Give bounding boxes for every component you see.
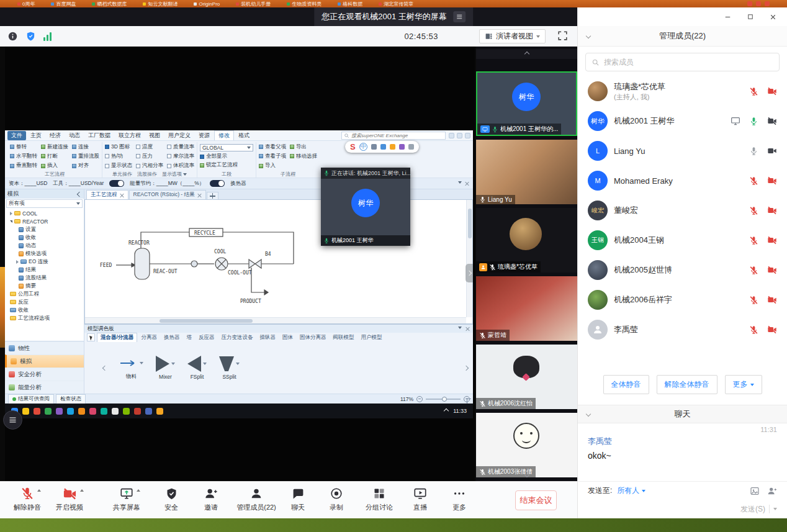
section-dropdown[interactable]: GLOBAL [200,144,253,151]
menu-plant-data[interactable]: 工厂数据 [84,131,114,140]
ribbon-cmd[interactable]: 移动选择 [290,151,317,161]
mic-muted-icon[interactable] [749,206,758,215]
zoom-in-button[interactable] [464,396,470,402]
taskbar-app-icon[interactable] [134,408,141,415]
browser-tab[interactable]: 格科数据 [338,1,362,7]
vertical-scrollbar[interactable] [466,200,472,317]
safety-env-button[interactable]: 安全分析 [5,367,84,381]
ribbon-check[interactable]: 质量流率 [167,142,194,151]
video-tile[interactable]: 琉璃盏*芯优草 [476,208,577,273]
palette-item-mixer[interactable]: Mixer [156,356,175,380]
more-button[interactable]: 更多 [439,487,479,512]
tree-item[interactable]: 模块选项 [5,250,84,258]
video-tile[interactable]: 蒙哲靖 [476,276,577,341]
camera-off-icon[interactable] [767,325,777,335]
taskbar-app-icon[interactable] [78,408,85,415]
ribbon-cmd[interactable]: 垂直翻转 [10,161,37,171]
mic-muted-icon[interactable] [749,295,758,305]
close-icon[interactable] [465,327,470,331]
ribbon-cmd[interactable]: 导出 [290,142,317,151]
camera-off-icon[interactable] [767,86,777,96]
more-button[interactable]: 更多 [725,375,762,394]
member-search-box[interactable] [585,53,780,71]
close-tab-icon[interactable] [120,193,124,197]
browser-tab[interactable]: 知云文献翻译 [143,1,178,7]
live-stream-button[interactable]: 直播 [400,487,440,512]
emoji-icon[interactable] [390,144,395,150]
mention-person-icon[interactable] [767,486,777,496]
tree-item[interactable]: 动态 [5,241,84,250]
expand-icon[interactable] [137,489,140,492]
record-button[interactable]: 录制 [317,487,356,512]
video-tile-active-speaker[interactable]: 树华 机械2001 王树华的... [476,71,577,136]
breakout-rooms-button[interactable]: 分组讨论 [356,487,402,512]
palette-item-fsplit[interactable]: FSplit [187,356,207,380]
simulation-env-button[interactable]: 模拟 [5,354,84,367]
collapse-pane-icon[interactable] [77,191,82,196]
meeting-info-icon[interactable] [7,31,18,42]
start-video-button[interactable]: 开启视频 [50,487,89,512]
member-row[interactable]: 琉璃盏*芯优草(主持人, 我) [578,76,787,106]
palette-scroll-left[interactable] [102,365,107,370]
security-button[interactable]: 安全 [151,487,191,512]
maximize-button[interactable] [747,13,754,20]
palette-tab[interactable]: 操纵器 [256,333,279,342]
tree-item[interactable]: REACTOR [5,217,84,225]
menu-format[interactable]: 格式 [235,131,253,140]
member-row[interactable]: M Mohamed Eraky [578,166,787,196]
taskbar-app-icon[interactable] [22,408,29,415]
ribbon-check[interactable]: 全部显示 [200,153,253,160]
taskbar-app-icon[interactable] [156,408,163,415]
new-tab-button[interactable] [207,192,218,199]
browser-tab[interactable]: 百度网盘 [51,1,76,7]
strip-scroll-up[interactable] [476,49,577,59]
view-mode-button[interactable]: 演讲者视图 [479,29,546,43]
close-icon[interactable] [465,181,469,186]
browser-tab[interactable]: 装机幼儿手册 [236,1,271,7]
menu-dynamics[interactable]: 动态 [65,131,84,140]
panel-collapse-handle[interactable] [465,264,473,282]
screen-share-icon[interactable] [731,116,740,126]
ribbon-cmd[interactable]: 锁定工艺流程 [200,161,253,169]
manage-members-button[interactable]: 管理成员(22) [231,487,282,512]
select-tool[interactable] [87,333,95,341]
toolbox-icon[interactable] [408,144,414,150]
tree-item[interactable]: 摘要 [5,282,84,290]
tree-item[interactable]: EO 连接 [5,258,84,266]
chat-button[interactable]: 聊天 [278,487,318,512]
flowsheet-canvas[interactable]: FEED REACTOR REAC-OUT RECYCLE COOL COOL-… [84,199,473,324]
pen-icon[interactable] [371,144,377,150]
palette-tab[interactable]: 换热器 [161,333,183,342]
ribbon-cmd[interactable]: 整转 [10,142,37,151]
tree-item[interactable]: 收敛 [5,233,84,241]
mic-muted-icon[interactable] [749,176,758,186]
ribbon-cmd[interactable]: 重排流股 [72,151,99,161]
tree-item[interactable]: 公用工程 [5,290,84,298]
security-shield-icon[interactable] [25,31,36,42]
member-row[interactable]: 峻宏 董峻宏 [578,196,787,225]
keyboard-icon[interactable] [399,144,405,150]
unmute-button[interactable]: 解除静音 [7,487,47,512]
member-row[interactable]: 树华 机械2001 王树华 [578,106,787,136]
tree-item[interactable]: 收敛 [5,306,84,314]
ribbon-check[interactable]: 温度 [136,142,163,151]
member-row[interactable]: 机械2006岳祥宇 [578,285,787,315]
ribbon-check[interactable]: 压力 [136,151,163,161]
palette-tab[interactable]: 阀联模型 [330,333,357,342]
tab-main-flowsheet[interactable]: 主工艺流程 [86,190,128,199]
palette-item-material[interactable]: 物料 [119,355,143,381]
tree-item[interactable]: 结果 [5,266,84,274]
taskbar-app-icon[interactable] [112,408,119,415]
member-row[interactable]: L Liang Yu [578,136,787,166]
ribbon-cmd[interactable]: 查看父项 [259,142,286,151]
tray-expand-icon[interactable] [444,408,449,413]
ribbon-check[interactable]: 3D 图标 [105,142,132,151]
camera-off-icon[interactable] [767,295,777,305]
close-tab-icon[interactable] [197,193,202,197]
chat-header[interactable]: 聊天 [578,405,787,423]
image-attach-icon[interactable] [750,486,760,496]
taskbar-app-icon[interactable] [101,408,107,415]
palette-tab[interactable]: 塔 [183,333,195,342]
menu-resources[interactable]: 资源 [195,131,214,140]
menu-home[interactable]: 主页 [27,131,45,140]
